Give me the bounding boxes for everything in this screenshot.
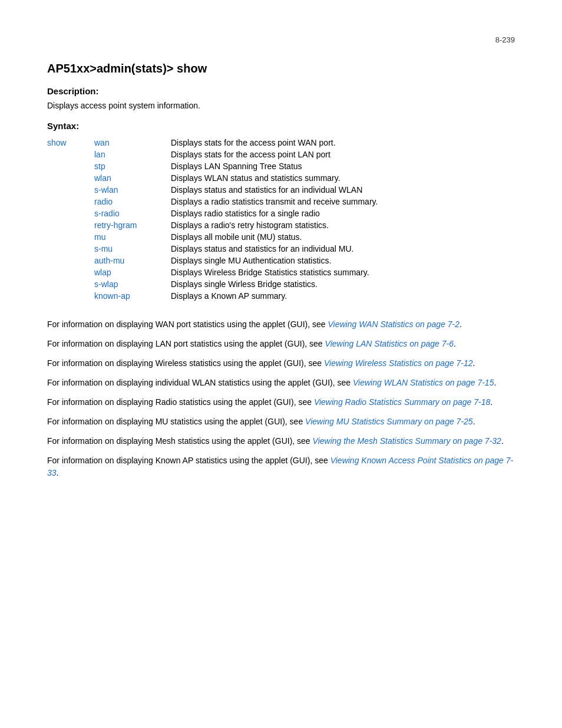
syntax-subcommand: wlap <box>94 266 171 278</box>
syntax-command <box>47 266 94 278</box>
syntax-row: radioDisplays a radio statistics transmi… <box>47 196 515 207</box>
info-link[interactable]: Viewing WAN Statistics on page 7-2 <box>328 319 459 329</box>
info-link[interactable]: Viewing the Mesh Statistics Summary on p… <box>313 436 501 446</box>
info-paragraph: For information on displaying WAN port s… <box>47 318 515 331</box>
syntax-command <box>47 219 94 231</box>
syntax-row: auth-muDisplays single MU Authentication… <box>47 255 515 266</box>
syntax-subcommand: stp <box>94 160 171 172</box>
syntax-command <box>47 231 94 243</box>
syntax-description: Displays WLAN status and statistics summ… <box>171 172 515 184</box>
syntax-command <box>47 196 94 207</box>
syntax-heading: Syntax: <box>47 121 515 131</box>
syntax-description: Displays Wireless Bridge Statistics stat… <box>171 266 515 278</box>
syntax-subcommand: s-mu <box>94 243 171 255</box>
info-paragraph: For information on displaying individual… <box>47 377 515 389</box>
syntax-subcommand: known-ap <box>94 290 171 302</box>
syntax-command <box>47 243 94 255</box>
syntax-row: stpDisplays LAN Spanning Tree Status <box>47 160 515 172</box>
syntax-subcommand: mu <box>94 231 171 243</box>
syntax-subcommand: auth-mu <box>94 255 171 266</box>
main-title: AP51xx>admin(stats)> show <box>47 62 515 75</box>
syntax-description: Displays a radio statistics transmit and… <box>171 196 515 207</box>
syntax-subcommand: s-wlan <box>94 184 171 196</box>
syntax-table: showwanDisplays stats for the access poi… <box>47 137 515 302</box>
syntax-description: Displays radio statistics for a single r… <box>171 207 515 219</box>
syntax-command <box>47 184 94 196</box>
info-link[interactable]: Viewing Known Access Point Statistics on… <box>47 456 513 477</box>
description-text: Displays access point system information… <box>47 101 515 110</box>
syntax-row: s-muDisplays status and statistics for a… <box>47 243 515 255</box>
syntax-description: Displays stats for the access point WAN … <box>171 137 515 149</box>
syntax-subcommand: radio <box>94 196 171 207</box>
info-link[interactable]: Viewing Radio Statistics Summary on page… <box>314 397 490 407</box>
syntax-command <box>47 149 94 160</box>
syntax-description: Displays all mobile unit (MU) status. <box>171 231 515 243</box>
info-paragraph: For information on displaying Mesh stati… <box>47 435 515 447</box>
syntax-subcommand: lan <box>94 149 171 160</box>
syntax-subcommand: wlan <box>94 172 171 184</box>
syntax-subcommand: s-radio <box>94 207 171 219</box>
syntax-row: showwanDisplays stats for the access poi… <box>47 137 515 149</box>
info-paragraph: For information on displaying Known AP s… <box>47 454 515 479</box>
syntax-command <box>47 255 94 266</box>
description-heading: Description: <box>47 86 515 96</box>
info-paragraph: For information on displaying Wireless s… <box>47 357 515 370</box>
syntax-description: Displays single MU Authentication statis… <box>171 255 515 266</box>
syntax-description: Displays a radio's retry histogram stati… <box>171 219 515 231</box>
syntax-row: wlanDisplays WLAN status and statistics … <box>47 172 515 184</box>
syntax-description: Displays single Wirless Bridge statistic… <box>171 278 515 290</box>
info-link[interactable]: Viewing WLAN Statistics on page 7-15 <box>353 378 494 387</box>
syntax-command: show <box>47 137 94 149</box>
syntax-row: wlapDisplays Wireless Bridge Statistics … <box>47 266 515 278</box>
syntax-command <box>47 278 94 290</box>
info-paragraphs: For information on displaying WAN port s… <box>47 318 515 479</box>
syntax-subcommand: s-wlap <box>94 278 171 290</box>
syntax-description: Displays stats for the access point LAN … <box>171 149 515 160</box>
info-paragraph: For information on displaying LAN port s… <box>47 338 515 350</box>
syntax-row: s-radioDisplays radio statistics for a s… <box>47 207 515 219</box>
syntax-row: s-wlanDisplays status and statistics for… <box>47 184 515 196</box>
syntax-command <box>47 172 94 184</box>
info-link[interactable]: Viewing Wireless Statistics on page 7-12 <box>324 358 473 368</box>
syntax-row: muDisplays all mobile unit (MU) status. <box>47 231 515 243</box>
syntax-row: known-apDisplays a Known AP summary. <box>47 290 515 302</box>
info-link[interactable]: Viewing LAN Statistics on page 7-6 <box>325 339 454 348</box>
info-paragraph: For information on displaying Radio stat… <box>47 396 515 409</box>
syntax-command <box>47 290 94 302</box>
syntax-description: Displays a Known AP summary. <box>171 290 515 302</box>
syntax-description: Displays status and statistics for an in… <box>171 243 515 255</box>
syntax-row: s-wlapDisplays single Wirless Bridge sta… <box>47 278 515 290</box>
syntax-command <box>47 207 94 219</box>
syntax-row: retry-hgramDisplays a radio's retry hist… <box>47 219 515 231</box>
syntax-description: Displays status and statistics for an in… <box>171 184 515 196</box>
syntax-row: lanDisplays stats for the access point L… <box>47 149 515 160</box>
page-number: 8-239 <box>47 35 515 44</box>
syntax-command <box>47 160 94 172</box>
info-paragraph: For information on displaying MU statist… <box>47 416 515 428</box>
syntax-subcommand: retry-hgram <box>94 219 171 231</box>
info-link[interactable]: Viewing MU Statistics Summary on page 7-… <box>305 417 473 426</box>
syntax-subcommand: wan <box>94 137 171 149</box>
syntax-description: Displays LAN Spanning Tree Status <box>171 160 515 172</box>
